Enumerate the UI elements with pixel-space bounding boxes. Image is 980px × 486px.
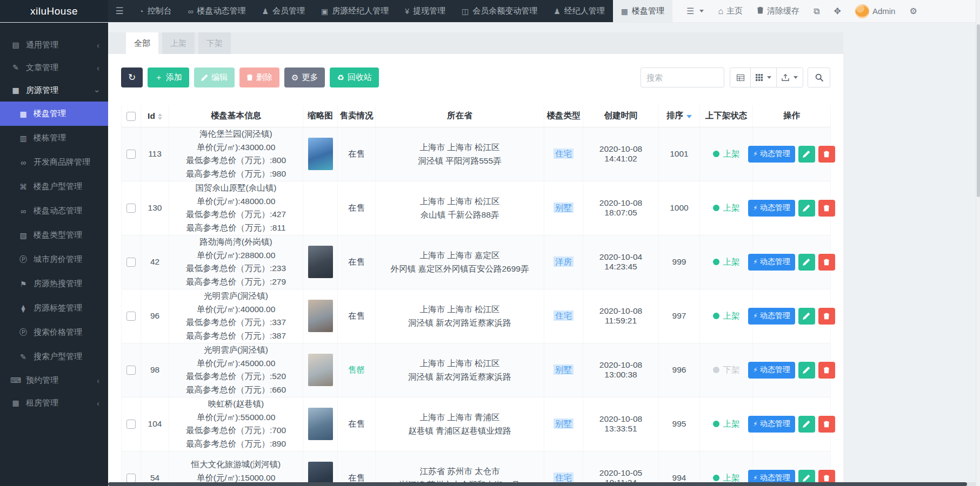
sidebar-item[interactable]: ∞开发商品牌管理	[0, 150, 108, 174]
row-checkbox[interactable]	[126, 366, 136, 375]
navbar-item[interactable]: ◫会员余额变动管理	[454, 0, 545, 22]
hamburger-icon[interactable]: ☰	[108, 0, 131, 22]
sidebar-item[interactable]: ▥楼栋管理	[0, 126, 108, 150]
home-link[interactable]: ⌂ 主页	[718, 6, 743, 16]
delete-row-button[interactable]	[818, 308, 835, 325]
cell-id: 98	[141, 343, 169, 397]
delete-row-button[interactable]	[818, 254, 835, 271]
dynamic-manage-button[interactable]: ⚡动态管理	[748, 362, 795, 379]
dynamic-manage-button[interactable]: ⚡动态管理	[748, 308, 795, 325]
export-button[interactable]	[777, 68, 803, 87]
dynamic-manage-button[interactable]: ⚡动态管理	[748, 416, 795, 433]
row-checkbox[interactable]	[126, 258, 136, 267]
type-badge: 住宅	[554, 310, 574, 321]
refresh-button[interactable]: ↻	[121, 68, 143, 87]
user-menu[interactable]: Admin	[855, 4, 896, 18]
dynamic-manage-button[interactable]: ⚡动态管理	[748, 470, 795, 483]
copy-refresh-icon: ⧉	[814, 6, 819, 16]
more-button[interactable]: ⚙更多	[284, 68, 325, 87]
navbar-item[interactable]: ∞楼盘动态管理	[179, 0, 254, 22]
sidebar-item[interactable]: ▧楼盘类型管理	[0, 223, 108, 247]
navbar-item[interactable]: ♟会员管理	[254, 0, 313, 22]
sidebar-item[interactable]: Ⓟ搜索价格管理	[0, 320, 108, 345]
select-all-checkbox[interactable]	[126, 112, 136, 121]
vertical-scrollbar[interactable]	[976, 0, 980, 486]
sidebar-item[interactable]: ⧫房源标签管理	[0, 296, 108, 320]
delete-row-button[interactable]	[818, 200, 835, 217]
trash-icon	[823, 475, 830, 482]
cell-basic-info: 海伦堡兰园(洞泾镇) 单价(元/㎡):43000.00 最低参考总价（万元）:8…	[169, 127, 303, 181]
edit-row-button[interactable]	[798, 308, 815, 325]
cell-province: 上海市 上海市 松江区 洞泾镇 新农河路近蔡家浜路	[376, 289, 544, 343]
search-submit-button[interactable]	[808, 68, 830, 87]
navbar-item[interactable]: ▦楼盘管理	[613, 0, 672, 22]
horizontal-scrollbar[interactable]	[108, 482, 976, 486]
sidebar-item[interactable]: ⌘楼盘户型管理	[0, 174, 108, 199]
sidebar-item[interactable]: ▦楼盘管理	[0, 102, 108, 126]
horizontal-scrollbar-thumb[interactable]	[108, 482, 967, 486]
clear-cache-button[interactable]: 清除缓存	[757, 6, 799, 16]
delete-row-button[interactable]	[818, 416, 835, 433]
sidebar-item[interactable]: ✎搜索户型管理	[0, 345, 108, 369]
row-checkbox[interactable]	[126, 204, 136, 213]
sidebar-item[interactable]: ▦租房管理‹	[0, 392, 108, 414]
filter-tab[interactable]: 下架	[198, 32, 231, 54]
user-icon: ♟	[262, 7, 269, 16]
dynamic-manage-button[interactable]: ⚡动态管理	[748, 254, 795, 271]
sidebar-item[interactable]: ✎文章管理‹	[0, 56, 108, 79]
delete-row-button[interactable]	[818, 362, 835, 379]
columns-toggle-button[interactable]	[751, 68, 777, 87]
navbar-item[interactable]: ◔控制台	[131, 0, 179, 22]
delete-row-button[interactable]	[818, 470, 835, 483]
edit-row-button[interactable]	[798, 254, 815, 271]
edit-row-button[interactable]	[798, 362, 815, 379]
detail-view-button[interactable]	[730, 68, 751, 87]
tab-list-dropdown[interactable]: ☰	[686, 6, 704, 16]
chevron-down-icon: ⌄	[94, 84, 101, 94]
sidebar-item[interactable]: ⚑房源热搜管理	[0, 272, 108, 296]
sidebar-item[interactable]: ▦房源管理⌄	[0, 79, 108, 102]
row-checkbox[interactable]	[126, 474, 136, 482]
row-checkbox[interactable]	[126, 150, 136, 159]
dynamic-manage-button[interactable]: ⚡动态管理	[748, 146, 795, 163]
cell-sort: 1000	[659, 181, 700, 235]
navbar-item[interactable]: ¥提现管理	[397, 0, 454, 22]
trash-icon	[823, 421, 830, 428]
dynamic-manage-button[interactable]: ⚡动态管理	[748, 200, 795, 217]
header-sort[interactable]: 排序	[659, 105, 700, 127]
edit-row-button[interactable]	[798, 470, 815, 483]
delete-button[interactable]: 删除	[239, 68, 279, 87]
brand-logo[interactable]: xiluHouse	[0, 0, 108, 22]
sidebar-item[interactable]: ⌨预约管理‹	[0, 369, 108, 392]
fullscreen-button[interactable]: ✥	[834, 6, 841, 16]
row-checkbox[interactable]	[126, 420, 136, 429]
navbar-item[interactable]: ▣房源经纪人管理	[313, 0, 397, 22]
row-checkbox[interactable]	[126, 312, 136, 321]
edit-row-button[interactable]	[798, 200, 815, 217]
filter-tab[interactable]: 全部	[126, 32, 158, 54]
search-input[interactable]	[641, 68, 724, 87]
edit-row-button[interactable]	[798, 416, 815, 433]
sidebar-item[interactable]: Ⓟ城市房价管理	[0, 247, 108, 272]
filter-tab[interactable]: 上架	[162, 32, 195, 54]
delete-row-button[interactable]	[818, 146, 835, 163]
list-icon: ☰	[686, 6, 694, 16]
refresh-page-button[interactable]: ⧉	[814, 6, 819, 16]
recycle-bin-button[interactable]: ♻回收站	[330, 68, 378, 87]
type-badge: 别墅	[554, 364, 574, 375]
add-button[interactable]: ＋添加	[148, 68, 189, 87]
sort-icons	[158, 113, 162, 120]
sidebar-item[interactable]: ∞楼盘动态管理	[0, 199, 108, 223]
search-icon	[815, 73, 823, 82]
navbar-item[interactable]: ♟经纪人管理	[545, 0, 613, 22]
header-id[interactable]: Id	[141, 105, 169, 127]
vertical-scrollbar-thumb[interactable]	[977, 24, 980, 197]
edit-button[interactable]: 编辑	[194, 68, 235, 87]
status-dot	[713, 367, 719, 373]
cell-sort: 999	[659, 235, 700, 289]
cell-id: 113	[141, 127, 169, 181]
edit-row-button[interactable]	[798, 146, 815, 163]
sidebar-item[interactable]: ▤通用管理‹	[0, 33, 108, 56]
status-dot	[713, 259, 719, 265]
settings-button[interactable]: ⚙	[909, 6, 917, 16]
